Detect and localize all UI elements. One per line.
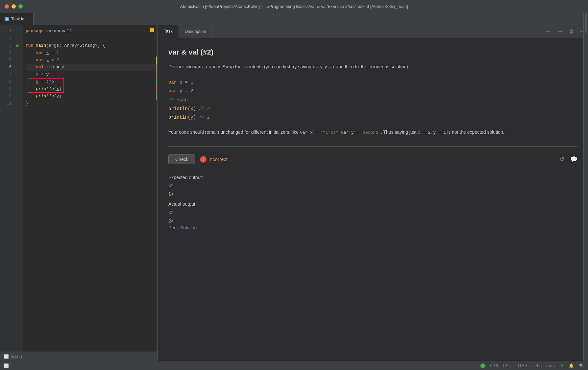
cb-line-2: var y = 2: [168, 87, 577, 96]
line-numbers: 1 2 3 4 5 6 7 8 9 10 11: [0, 25, 15, 352]
scope-bar: ⬜ main(): [0, 352, 158, 361]
code-line-1: package varandval2: [26, 28, 156, 35]
git-icon[interactable]: ⬆: [560, 363, 564, 368]
code-line-6: val tmp = y: [26, 64, 156, 71]
line-num-8: 8: [0, 78, 15, 85]
incorrect-icon: !: [200, 156, 207, 163]
lf-label: LF: [503, 363, 508, 368]
notification-icon[interactable]: 🔔: [569, 363, 574, 368]
code-content[interactable]: package varandval2 fun main(args: Array<…: [23, 25, 156, 352]
indent-arrow: ↕: [553, 363, 555, 368]
settings-icon[interactable]: ⚙: [569, 28, 574, 35]
tab-description[interactable]: Description: [179, 25, 212, 38]
peek-solution-link[interactable]: Peek Solution...: [168, 225, 201, 230]
close-panel-icon[interactable]: –: [580, 28, 583, 35]
line-num-1: 1: [0, 28, 15, 35]
code-line-9: println(x): [26, 85, 156, 93]
indent-label: 4 spaces: [536, 363, 552, 368]
divider: [168, 146, 577, 147]
forward-icon[interactable]: →: [557, 28, 563, 35]
line-num-2: 2: [0, 35, 15, 42]
line-num-10: 10: [0, 93, 15, 100]
lf-arrow: ↕: [509, 363, 511, 368]
code-gutter: ▶: [15, 25, 23, 352]
line-num-6: 6: [0, 64, 15, 71]
square-icon: ⬜: [4, 363, 9, 368]
main-layout: K Task.kt × 1 2 3 4 5 6 7 8 9 10: [0, 13, 588, 370]
code-area[interactable]: 1 2 3 4 5 6 7 8 9 10 11 ▶: [0, 25, 158, 352]
status-indent[interactable]: 4 spaces ↕: [536, 363, 555, 368]
scope-name: main(): [11, 354, 22, 359]
code-line-7: x = y: [26, 71, 156, 78]
tab-task-label: Task: [164, 29, 173, 34]
line-num-11: 11: [0, 100, 15, 107]
check-section: Check ! Incorrect ↺ 💬: [168, 154, 577, 164]
code-line-3: fun main(args: Array<String>) {: [26, 42, 156, 49]
code-line-10: println(y): [26, 93, 156, 100]
code-line-4: var x = 1: [26, 49, 156, 57]
actual-line-2: 2>: [168, 217, 577, 225]
window-controls[interactable]: [5, 4, 23, 9]
task-description-1: Declare two vars: x and y. Swap their co…: [168, 63, 577, 71]
line-num-7: 7: [0, 71, 15, 78]
selection-box-container: x = y y = tmp: [26, 71, 156, 85]
run-icon[interactable]: ▶: [16, 42, 19, 49]
status-position[interactable]: 6:16: [490, 363, 498, 368]
status-right: 6:16 LF ↕ UTF-8 ↕ 4 spaces ↕ ⬆ 🔔 🔍: [480, 363, 584, 368]
incorrect-badge: ! Incorrect: [200, 156, 228, 163]
title-bar: AtomicKotlin [~/IdeaProjects/AtomicKotli…: [0, 0, 588, 13]
line-num-9: 9: [0, 85, 15, 93]
code-block: var x = 1 var y = 2 // swap println(x) /…: [168, 78, 577, 122]
status-encoding[interactable]: UTF-8 ↕: [516, 363, 531, 368]
incorrect-label: Incorrect: [208, 156, 228, 162]
right-panel: Task Description ← → ⚙ – var & val (#2) …: [158, 25, 588, 361]
file-tab-task-kt[interactable]: K Task.kt ×: [0, 13, 34, 25]
scroll-track[interactable]: [583, 25, 588, 361]
comment-icon[interactable]: 💬: [570, 156, 577, 163]
minimize-button[interactable]: [12, 4, 16, 9]
line-num-3: 3: [0, 42, 15, 49]
file-tab-label: Task.kt: [11, 16, 24, 21]
task-description-2: Your code should remain unchanged for di…: [168, 128, 577, 136]
tab-description-label: Description: [185, 29, 206, 34]
back-icon[interactable]: ←: [545, 28, 551, 35]
tab-task[interactable]: Task: [158, 25, 179, 38]
file-tab-close-icon[interactable]: ×: [26, 17, 28, 21]
code-line-2: [26, 35, 156, 42]
cb-line-1: var x = 1: [168, 78, 577, 87]
task-title: var & val (#2): [168, 48, 577, 57]
yellow-marker: [150, 28, 154, 32]
expected-line-1: <2: [168, 182, 577, 190]
close-button[interactable]: [5, 4, 9, 9]
status-bar: ⬜ 6:16 LF ↕ UTF-8 ↕ 4 spaces ↕ ⬆ 🔔 🔍: [0, 361, 588, 370]
status-green-dot: [480, 363, 485, 368]
kotlin-file-icon: K: [5, 17, 9, 21]
status-left: ⬜: [4, 363, 9, 368]
search-icon[interactable]: 🔍: [579, 363, 584, 368]
scope-label: ⬜: [4, 354, 11, 359]
side-gutter: [156, 25, 158, 352]
expected-line-2: 1>: [168, 190, 577, 198]
right-tab-bar: Task Description ← → ⚙ –: [158, 25, 588, 38]
encoding-arrow: ↕: [529, 363, 531, 368]
maximize-button[interactable]: [18, 4, 23, 9]
content-area: 1 2 3 4 5 6 7 8 9 10 11 ▶: [0, 25, 588, 361]
right-content[interactable]: var & val (#2) Declare two vars: x and y…: [158, 38, 588, 361]
reset-icon[interactable]: ↺: [559, 156, 564, 163]
code-line-5: var y = 2: [26, 57, 156, 64]
line-num-4: 4: [0, 49, 15, 57]
scroll-thumb[interactable]: [585, 25, 587, 33]
cb-line-3: // swap: [168, 96, 577, 104]
window-title: AtomicKotlin [~/IdeaProjects/AtomicKotli…: [180, 4, 408, 9]
cb-line-5: println(y) // 1: [168, 113, 577, 122]
expected-label: Expected output:: [168, 173, 577, 182]
encoding-label: UTF-8: [516, 363, 527, 368]
editor-panel: 1 2 3 4 5 6 7 8 9 10 11 ▶: [0, 25, 158, 361]
tab-bar: K Task.kt ×: [0, 13, 588, 25]
check-button[interactable]: Check: [168, 154, 195, 164]
line-num-5: 5: [0, 57, 15, 64]
status-line-ending[interactable]: LF ↕: [503, 363, 511, 368]
output-section: Expected output: <2 1> Actual output: <2…: [168, 173, 577, 225]
actual-label: Actual output:: [168, 200, 577, 208]
code-line-8: y = tmp: [26, 78, 156, 85]
